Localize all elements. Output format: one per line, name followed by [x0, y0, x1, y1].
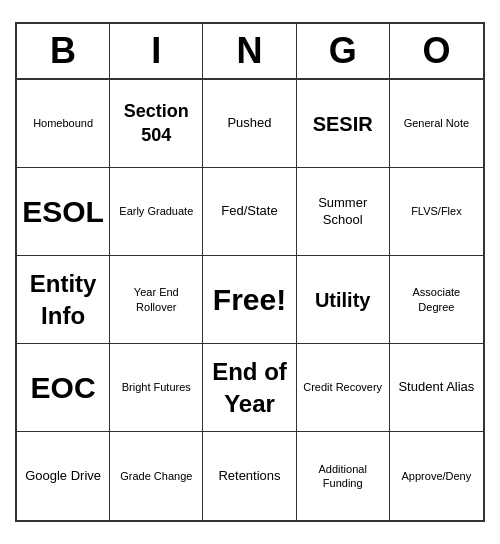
cell-label: Section 504 — [114, 100, 198, 147]
bingo-cell[interactable]: SESIR — [297, 80, 390, 168]
cell-label: Google Drive — [25, 468, 101, 485]
cell-label: End of Year — [207, 356, 291, 418]
bingo-cell[interactable]: Year End Rollover — [110, 256, 203, 344]
bingo-cell[interactable]: EOC — [17, 344, 110, 432]
bingo-cell[interactable]: ESOL — [17, 168, 110, 256]
cell-label: ESOL — [22, 192, 104, 231]
bingo-cell[interactable]: End of Year — [203, 344, 296, 432]
header-letter: I — [110, 24, 203, 78]
bingo-cell[interactable]: Free! — [203, 256, 296, 344]
cell-label: Entity Info — [21, 268, 105, 330]
bingo-cell[interactable]: Google Drive — [17, 432, 110, 520]
cell-label: Credit Recovery — [303, 380, 382, 394]
cell-label: EOC — [31, 368, 96, 407]
cell-label: Associate Degree — [394, 285, 479, 314]
header-letter: N — [203, 24, 296, 78]
bingo-cell[interactable]: Entity Info — [17, 256, 110, 344]
bingo-cell[interactable]: General Note — [390, 80, 483, 168]
cell-label: Free! — [213, 280, 286, 319]
cell-label: Utility — [315, 287, 371, 313]
bingo-cell[interactable]: Early Graduate — [110, 168, 203, 256]
cell-label: Fed/State — [221, 203, 277, 220]
cell-label: Summer School — [301, 195, 385, 229]
bingo-cell[interactable]: Approve/Deny — [390, 432, 483, 520]
cell-label: Homebound — [33, 116, 93, 130]
bingo-cell[interactable]: Utility — [297, 256, 390, 344]
cell-label: Additional Funding — [301, 462, 385, 491]
cell-label: Early Graduate — [119, 204, 193, 218]
bingo-grid: HomeboundSection 504PushedSESIRGeneral N… — [17, 80, 483, 520]
cell-label: FLVS/Flex — [411, 204, 462, 218]
bingo-cell[interactable]: Bright Futures — [110, 344, 203, 432]
header-letter: O — [390, 24, 483, 78]
cell-label: Year End Rollover — [114, 285, 198, 314]
header-letter: B — [17, 24, 110, 78]
bingo-cell[interactable]: FLVS/Flex — [390, 168, 483, 256]
cell-label: General Note — [404, 116, 469, 130]
cell-label: Retentions — [218, 468, 280, 485]
bingo-cell[interactable]: Pushed — [203, 80, 296, 168]
cell-label: Pushed — [227, 115, 271, 132]
cell-label: SESIR — [313, 111, 373, 137]
bingo-cell[interactable]: Retentions — [203, 432, 296, 520]
bingo-cell[interactable]: Summer School — [297, 168, 390, 256]
bingo-cell[interactable]: Section 504 — [110, 80, 203, 168]
bingo-card: BINGO HomeboundSection 504PushedSESIRGen… — [15, 22, 485, 522]
bingo-header: BINGO — [17, 24, 483, 80]
bingo-cell[interactable]: Fed/State — [203, 168, 296, 256]
cell-label: Student Alias — [398, 379, 474, 396]
cell-label: Approve/Deny — [402, 469, 472, 483]
bingo-cell[interactable]: Grade Change — [110, 432, 203, 520]
bingo-cell[interactable]: Student Alias — [390, 344, 483, 432]
bingo-cell[interactable]: Credit Recovery — [297, 344, 390, 432]
bingo-cell[interactable]: Additional Funding — [297, 432, 390, 520]
header-letter: G — [297, 24, 390, 78]
cell-label: Bright Futures — [122, 380, 191, 394]
bingo-cell[interactable]: Associate Degree — [390, 256, 483, 344]
cell-label: Grade Change — [120, 469, 192, 483]
bingo-cell[interactable]: Homebound — [17, 80, 110, 168]
